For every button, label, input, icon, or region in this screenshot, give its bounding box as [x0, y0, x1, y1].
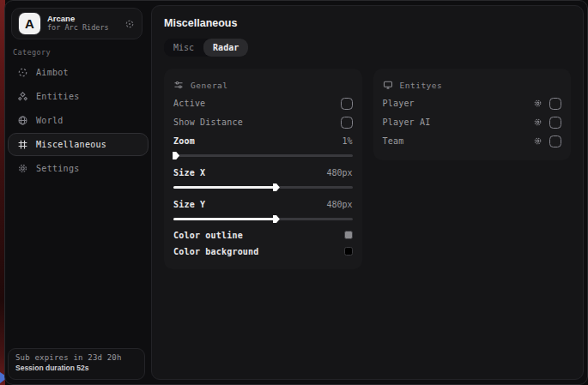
setting-label: Size Y [173, 200, 205, 209]
setting-label: Color outline [173, 231, 243, 240]
color-outline-swatch[interactable] [344, 231, 353, 239]
player-ai-checkbox[interactable] [549, 117, 561, 129]
entity-label: Player AI [383, 117, 431, 127]
slider-thumb[interactable] [273, 215, 280, 223]
setting-row-show-distance: Show Distance [173, 113, 353, 131]
subscription-status-card: Sub expires in 23d 20h Session duration … [8, 348, 145, 380]
size-y-value: 480px [326, 200, 352, 209]
slider-track [173, 154, 353, 157]
slider-fill [173, 186, 276, 189]
zoom-value: 1% [342, 136, 352, 146]
setting-row-size-y: Size Y 480px [173, 196, 353, 214]
entity-label: Player [383, 99, 415, 108]
slider-fill [173, 218, 276, 220]
gear-icon [17, 163, 28, 174]
entity-row-team: Team [383, 132, 562, 150]
tab-group: Misc Radar [164, 39, 248, 57]
setting-label: Active [173, 99, 205, 108]
entity-controls [533, 117, 561, 129]
color-background-swatch[interactable] [344, 247, 353, 256]
show-distance-checkbox[interactable] [341, 117, 353, 129]
sidebar-item-miscellaneous[interactable]: Miscellaneous [8, 133, 149, 156]
entity-row-player: Player [383, 94, 562, 112]
sidebar-item-label: World [36, 116, 64, 125]
setting-label: Show Distance [173, 117, 243, 127]
entity-controls [533, 135, 561, 147]
player-checkbox[interactable] [549, 98, 561, 110]
app-logo: A [19, 13, 40, 34]
sidebar: A Arcane for Arc Riders Category Aimbot [5, 1, 151, 384]
sidebar-item-aimbot[interactable]: Aimbot [8, 61, 149, 84]
sliders-icon [173, 80, 184, 90]
team-checkbox[interactable] [549, 135, 561, 147]
size-x-value: 480px [326, 168, 352, 177]
general-card-title: General [191, 81, 228, 90]
size-x-slider[interactable] [173, 184, 353, 190]
sync-icon[interactable] [124, 19, 135, 29]
tab-radar[interactable]: Radar [203, 39, 248, 57]
entities-card: Entityes Player Player AI [373, 69, 572, 160]
entity-controls [533, 98, 561, 110]
entity-row-player-ai: Player AI [383, 113, 562, 131]
grid-icon [17, 139, 28, 150]
general-card-header: General [173, 76, 353, 93]
size-y-slider[interactable] [173, 216, 353, 222]
active-checkbox[interactable] [341, 98, 353, 110]
sidebar-item-label: Settings [36, 164, 80, 173]
globe-icon [17, 115, 28, 126]
setting-row-active: Active [173, 94, 353, 112]
entity-label: Team [383, 136, 404, 146]
slider-thumb[interactable] [173, 152, 179, 159]
setting-row-zoom: Zoom 1% [173, 132, 353, 150]
session-duration-text: Session duration 52s [15, 364, 137, 372]
sidebar-item-label: Entities [36, 92, 80, 101]
setting-row-color-outline: Color outline [173, 227, 353, 243]
tab-misc[interactable]: Misc [164, 39, 203, 57]
setting-row-color-background: Color background [173, 244, 353, 259]
sidebar-item-settings[interactable]: Settings [8, 157, 149, 180]
brand-card: A Arcane for Arc Riders [11, 8, 142, 39]
cards-row: General Active Show Distance Zoom 1% [164, 69, 571, 269]
slider-thumb[interactable] [273, 183, 280, 191]
gear-icon[interactable] [533, 136, 543, 146]
sidebar-nav: Aimbot Entities World [8, 61, 149, 181]
setting-label: Zoom [173, 136, 195, 146]
entities-card-title: Entityes [400, 81, 443, 90]
general-card: General Active Show Distance Zoom 1% [164, 69, 362, 269]
gear-icon[interactable] [533, 117, 543, 127]
sidebar-item-world[interactable]: World [8, 109, 149, 132]
app-window: A Arcane for Arc Riders Category Aimbot [4, 0, 588, 385]
entities-card-header: Entityes [383, 76, 562, 93]
entities-icon [17, 91, 28, 102]
sidebar-item-label: Miscellaneous [36, 140, 106, 149]
page-title: Miscellaneous [164, 17, 571, 29]
setting-label: Color background [173, 247, 259, 256]
sidebar-item-entities[interactable]: Entities [8, 85, 149, 108]
setting-label: Size X [173, 168, 205, 177]
brand-subtitle: for Arc Riders [47, 24, 124, 33]
brand-text: Arcane for Arc Riders [47, 15, 124, 33]
zoom-slider[interactable] [173, 153, 353, 159]
sub-expires-text: Sub expires in 23d 20h [15, 353, 137, 362]
gear-icon[interactable] [533, 99, 543, 108]
monitor-icon [383, 80, 393, 90]
sidebar-item-label: Aimbot [36, 68, 69, 77]
main-panel: Miscellaneous Misc Radar General Active [151, 5, 584, 380]
category-label: Category [13, 48, 51, 57]
setting-row-size-x: Size X 480px [173, 164, 353, 182]
crosshair-icon [17, 67, 28, 78]
